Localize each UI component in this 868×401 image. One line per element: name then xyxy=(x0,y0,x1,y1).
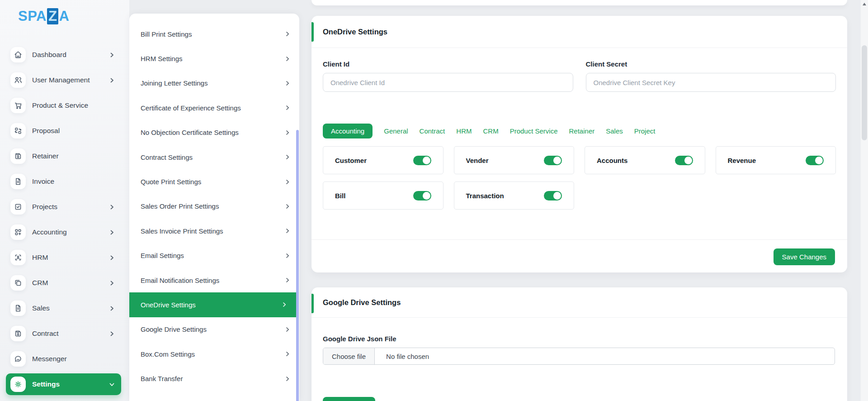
menu-item-label: Box.Com Settings xyxy=(141,350,195,358)
googledrive-settings-card: Google Drive Settings Google Drive Json … xyxy=(311,287,847,401)
sidebar-item-label: User Management xyxy=(32,76,90,84)
sidebar-item-sales[interactable]: Sales xyxy=(6,297,121,319)
settings-menu-item-onedrive[interactable]: OneDrive Settings xyxy=(129,292,296,317)
logo-text-light: SPA xyxy=(18,8,47,24)
tab-accounting-partial[interactable]: Accounting xyxy=(323,397,375,401)
settings-menu-item-hrm[interactable]: HRM Settings xyxy=(129,46,299,71)
client-id-input[interactable] xyxy=(323,73,573,92)
googledrive-card-header: Google Drive Settings xyxy=(311,287,847,318)
page-scrollbar[interactable] xyxy=(860,0,868,401)
client-id-label: Client Id xyxy=(323,60,573,68)
page-scrollbar-thumb[interactable] xyxy=(862,45,867,140)
sidebar-item-proposal[interactable]: Proposal xyxy=(6,120,121,142)
sidebar-item-label: Contract xyxy=(32,329,59,338)
tab-sales[interactable]: Sales xyxy=(606,127,623,135)
settings-menu-item-no-objection-certificate[interactable]: No Objection Certificate Settings xyxy=(129,120,299,145)
chevron-right-icon xyxy=(285,277,290,283)
chevron-right-icon xyxy=(285,327,290,332)
accounts-toggle[interactable] xyxy=(675,156,693,165)
toggle-knob xyxy=(553,157,561,164)
sidebar-item-label: Retainer xyxy=(32,152,59,160)
sidebar-item-dashboard[interactable]: Dashboard xyxy=(6,44,121,66)
scroll-up-arrow-icon[interactable] xyxy=(863,3,866,5)
menu-item-label: Google Drive Settings xyxy=(141,325,207,333)
settings-menu-item-email[interactable]: Email Settings xyxy=(129,243,299,268)
settings-menu-item-sales-order-print[interactable]: Sales Order Print Settings xyxy=(129,194,299,219)
sidebar-item-user-management[interactable]: User Management xyxy=(6,69,121,91)
settings-menu-item-sales-invoice-print[interactable]: Sales Invoice Print Settings xyxy=(129,219,299,243)
sidebar-item-crm[interactable]: CRM xyxy=(6,272,121,294)
settings-menu-item-email-notification[interactable]: Email Notification Settings xyxy=(129,268,299,292)
bill-toggle[interactable] xyxy=(413,191,431,200)
tab-contract[interactable]: Contract xyxy=(420,127,445,135)
sidebar-item-invoice[interactable]: Invoice xyxy=(6,171,121,192)
menu-item-label: Email Notification Settings xyxy=(141,277,219,284)
toggle-knob xyxy=(553,192,561,200)
home-icon xyxy=(10,47,26,62)
onedrive-settings-card: OneDrive Settings Client Id Client Secre… xyxy=(311,16,847,272)
client-id-field: Client Id xyxy=(323,60,573,92)
sidebar-item-accounting[interactable]: Accounting xyxy=(6,221,121,243)
sidebar-item-settings[interactable]: Settings xyxy=(6,373,121,395)
floppy-icon xyxy=(10,326,26,341)
settings-menu-item-joining-letter[interactable]: Joining Letter Settings xyxy=(129,71,299,95)
settings-menu-item-quote-print[interactable]: Quote Print Settings xyxy=(129,169,299,194)
tab-project[interactable]: Project xyxy=(634,127,656,135)
chat-icon xyxy=(10,351,26,367)
sidebar-item-label: Proposal xyxy=(32,127,60,135)
client-secret-input[interactable] xyxy=(586,73,836,92)
settings-menu-item-bill-print[interactable]: Bill Print Settings xyxy=(129,22,299,46)
menu-item-label: OneDrive Settings xyxy=(141,301,196,309)
tab-accounting[interactable]: Accounting xyxy=(323,124,373,138)
toggle-knob xyxy=(684,157,692,164)
transaction-toggle[interactable] xyxy=(544,191,562,200)
sidebar-item-label: Product & Service xyxy=(32,101,88,110)
settings-menu-item-certificate-experience[interactable]: Certificate of Experience Settings xyxy=(129,95,299,120)
menu-item-label: Sales Order Print Settings xyxy=(141,202,219,210)
sidebar-item-retainer[interactable]: Retainer xyxy=(6,145,121,167)
sidebar-item-label: Accounting xyxy=(32,228,67,236)
chevron-right-icon xyxy=(109,229,115,235)
settings-menu-item-bank-transfer[interactable]: Bank Transfer xyxy=(129,366,299,391)
sidebar-item-hrm[interactable]: HRM xyxy=(6,247,121,268)
choose-file-button[interactable]: Choose file xyxy=(323,348,375,364)
menu-item-label: Email Settings xyxy=(141,252,184,259)
settings-menu-item-google-drive[interactable]: Google Drive Settings xyxy=(129,317,299,342)
settings-menu-scrollbar-thumb[interactable] xyxy=(296,130,299,401)
sidebar-item-contract[interactable]: Contract xyxy=(6,323,121,344)
tab-crm[interactable]: CRM xyxy=(483,127,498,135)
tab-general[interactable]: General xyxy=(384,127,408,135)
settings-menu-item-barcode[interactable]: Barcode Settings xyxy=(129,391,299,401)
save-changes-button[interactable]: Save Changes xyxy=(774,248,835,265)
sidebar-item-label: Sales xyxy=(32,304,50,312)
googledrive-card-title: Google Drive Settings xyxy=(323,298,401,307)
revenue-toggle[interactable] xyxy=(806,156,824,165)
client-secret-field: Client Secret xyxy=(586,60,836,92)
menu-item-label: Sales Invoice Print Settings xyxy=(141,227,223,235)
module-tabs: Accounting General Contract HRM CRM Prod… xyxy=(323,123,836,139)
chevron-right-icon xyxy=(109,306,115,311)
sidebar-item-product-service[interactable]: Product & Service xyxy=(6,95,121,116)
settings-menu-item-boxcom[interactable]: Box.Com Settings xyxy=(129,342,299,366)
settings-menu-panel: Bill Print Settings HRM Settings Joining… xyxy=(129,14,299,401)
toggle-label: Bill xyxy=(335,192,345,200)
menu-item-label: Bank Transfer xyxy=(141,375,183,382)
sidebar-item-messenger[interactable]: Messenger xyxy=(6,348,121,370)
chevron-right-icon xyxy=(109,331,115,337)
google-drive-json-file-input[interactable]: Choose file No file chosen xyxy=(323,348,835,365)
vender-toggle[interactable] xyxy=(544,156,562,165)
chevron-right-icon xyxy=(285,228,290,234)
customer-toggle[interactable] xyxy=(413,156,431,165)
settings-menu-item-contract[interactable]: Contract Settings xyxy=(129,145,299,169)
tab-retainer[interactable]: Retainer xyxy=(569,127,595,135)
tab-product-service[interactable]: Product Service xyxy=(510,127,558,135)
onedrive-card-header: OneDrive Settings xyxy=(311,16,847,48)
tab-hrm[interactable]: HRM xyxy=(456,127,472,135)
copy-icon xyxy=(10,275,26,291)
sidebar-item-projects[interactable]: Projects xyxy=(6,196,121,218)
menu-item-label: No Objection Certificate Settings xyxy=(141,129,239,136)
sidebar-item-label: CRM xyxy=(32,279,48,287)
toggle-grid: Customer Vender Accounts Revenue xyxy=(323,146,836,210)
chevron-right-icon xyxy=(285,179,290,185)
sidebar-nav: Dashboard User Management Product & Serv… xyxy=(0,44,129,395)
